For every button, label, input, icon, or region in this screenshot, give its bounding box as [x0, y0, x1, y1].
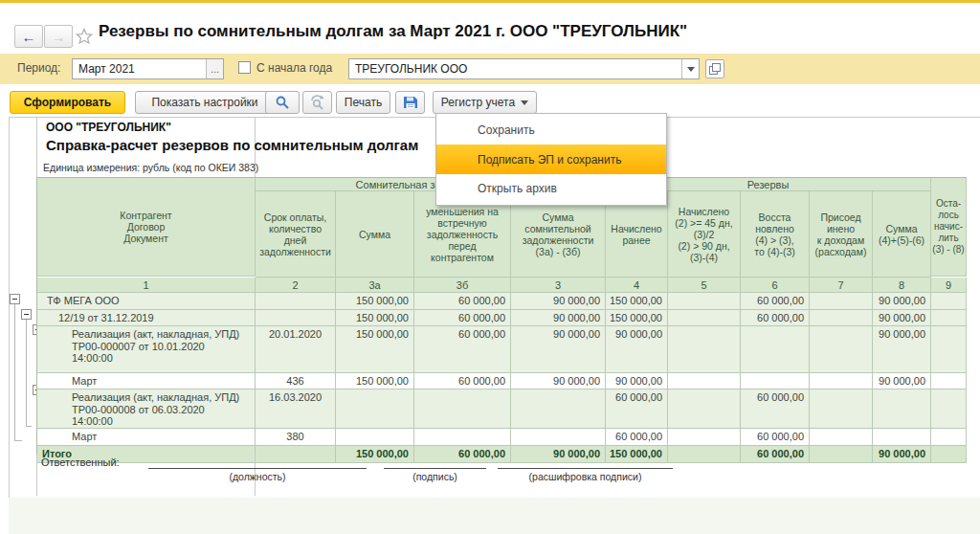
- cell: [668, 373, 741, 389]
- table-row[interactable]: Реализация (акт, накладная, УПД) ТР00-00…: [37, 326, 967, 373]
- cell: 150 000,00: [336, 310, 414, 325]
- period-value[interactable]: Март 2021: [73, 62, 206, 76]
- column-header-restored: Восста новлено (4) > (3), то (4)-(3): [741, 191, 810, 277]
- col-num: 9: [931, 278, 967, 292]
- cell: [256, 446, 336, 462]
- signature-line: [498, 468, 673, 469]
- table-row[interactable]: 12/19 от 31.12.2019 150 000,00 60 000,00…: [37, 310, 967, 326]
- organization-dropdown-button[interactable]: [681, 59, 699, 78]
- cell: 90 000,00: [873, 310, 931, 325]
- cell: 60 000,00: [741, 310, 810, 325]
- cell: 90 000,00: [606, 326, 668, 372]
- window-accent-strip: [0, 0, 980, 3]
- cell: [668, 429, 741, 445]
- cell: ТФ МЕГА ООО: [37, 293, 256, 309]
- cell: [931, 389, 967, 428]
- app-window: ← → Резервы по сомнительным долгам за Ма…: [0, 0, 980, 534]
- column-header-attached: Присоед инено к доходам (расходам): [810, 191, 873, 277]
- organization-open-button[interactable]: [705, 59, 724, 78]
- period-more-button[interactable]: ...: [206, 59, 223, 78]
- col-num: 3б: [414, 278, 511, 292]
- cell: 60 000,00: [414, 373, 511, 389]
- cell: [511, 389, 606, 428]
- sheet-gridline: [36, 455, 37, 496]
- responsible-label: Ответственный:: [41, 456, 120, 468]
- cell: 90 000,00: [873, 373, 931, 389]
- signature-caption-position: (должность): [148, 471, 367, 482]
- column-header-due-days: Срок оплаты, количество дней задолженнос…: [256, 191, 336, 277]
- period-input[interactable]: Март 2021 ...: [72, 58, 224, 79]
- cell: 90 000,00: [873, 326, 931, 372]
- sheet-empty-area: [9, 498, 980, 534]
- back-arrow-icon: ←: [22, 29, 36, 45]
- col-num: 7: [810, 278, 873, 292]
- column-header-counterparty: Контрагент Договор Документ: [37, 178, 256, 277]
- cell: 16.03.2020: [256, 389, 336, 428]
- cell: [931, 373, 967, 389]
- tree-line: [14, 440, 22, 441]
- show-settings-button[interactable]: Показать настройки: [135, 91, 275, 114]
- cell: [668, 310, 741, 325]
- collapse-group-icon[interactable]: [21, 309, 32, 320]
- cell: [810, 373, 873, 389]
- from-year-label[interactable]: С начала года: [256, 61, 332, 75]
- cell: 150 000,00: [606, 293, 668, 309]
- cell: 380: [256, 429, 336, 445]
- search-button[interactable]: [265, 91, 300, 114]
- register-dropdown-menu: Сохранить Подписать ЭП и сохранить Откры…: [435, 113, 667, 206]
- table-row[interactable]: Март 436 150 000,00 60 000,00 90 000,00 …: [37, 373, 967, 389]
- col-num: 3: [511, 278, 606, 292]
- tree-line: [14, 304, 15, 440]
- col-num: 4: [606, 278, 668, 292]
- cell: 60 000,00: [606, 429, 668, 445]
- cell: [931, 310, 967, 325]
- open-list-icon: [709, 63, 721, 75]
- cell: 150 000,00: [336, 373, 414, 389]
- cell: 150 000,00: [336, 293, 414, 309]
- column-header-remaining: Оста- лось начис- лить (3) - (8): [931, 178, 967, 277]
- cell: 150 000,00: [336, 446, 414, 462]
- cell: [336, 389, 414, 428]
- column-header-reserve-sum: Сумма (4)+(5)-(6): [873, 191, 931, 277]
- cell: [668, 293, 741, 309]
- organization-value[interactable]: ТРЕУГОЛЬНИК ООО: [349, 62, 681, 76]
- cell: [873, 389, 931, 428]
- register-menu-button[interactable]: Регистр учета: [433, 91, 537, 114]
- col-num: 1: [37, 278, 256, 292]
- cell: [810, 310, 873, 325]
- print-button[interactable]: Печать: [336, 91, 390, 114]
- cell: 60 000,00: [414, 326, 511, 372]
- cell: [741, 373, 810, 389]
- floppy-disk-icon: [403, 95, 418, 110]
- cell: 90 000,00: [606, 373, 668, 389]
- col-num: 8: [873, 278, 931, 292]
- cell: 90 000,00: [511, 446, 606, 462]
- page-title: Резервы по сомнительным долгам за Март 2…: [99, 22, 687, 41]
- cell: [256, 293, 336, 309]
- generate-button[interactable]: Сформировать: [10, 91, 125, 114]
- forward-button[interactable]: →: [44, 25, 73, 48]
- search-next-button[interactable]: [302, 91, 332, 114]
- report-org-name: ООО "ТРЕУГОЛЬНИК": [46, 121, 171, 134]
- table-row[interactable]: ТФ МЕГА ООО 150 000,00 60 000,00 90 000,…: [37, 293, 967, 310]
- cell: 150 000,00: [606, 310, 668, 325]
- table-row[interactable]: Март 380 60 000,00 60 000,00: [37, 429, 967, 446]
- table-row[interactable]: Реализация (акт, накладная, УПД) ТР00-00…: [37, 389, 967, 429]
- cell: 150 000,00: [336, 326, 414, 372]
- save-button[interactable]: [395, 91, 425, 114]
- favorite-star-icon[interactable]: [76, 28, 93, 45]
- signature-line: [148, 468, 367, 469]
- menu-item-open-archive[interactable]: Открыть архив: [436, 174, 666, 203]
- cell: 60 000,00: [741, 293, 810, 309]
- signature-caption-name: (расшифровка подписи): [498, 471, 673, 482]
- chevron-down-icon: [687, 67, 695, 72]
- column-header-sum: Сумма: [336, 191, 414, 277]
- cell: Март: [37, 429, 256, 445]
- cell: [931, 293, 967, 309]
- back-button[interactable]: ←: [14, 25, 43, 48]
- from-year-checkbox[interactable]: [238, 61, 251, 74]
- menu-item-sign-and-save[interactable]: Подписать ЭП и сохранить: [436, 145, 666, 174]
- organization-combobox[interactable]: ТРЕУГОЛЬНИК ООО: [348, 58, 700, 79]
- menu-item-save[interactable]: Сохранить: [436, 116, 666, 145]
- collapse-group-icon[interactable]: [10, 294, 20, 304]
